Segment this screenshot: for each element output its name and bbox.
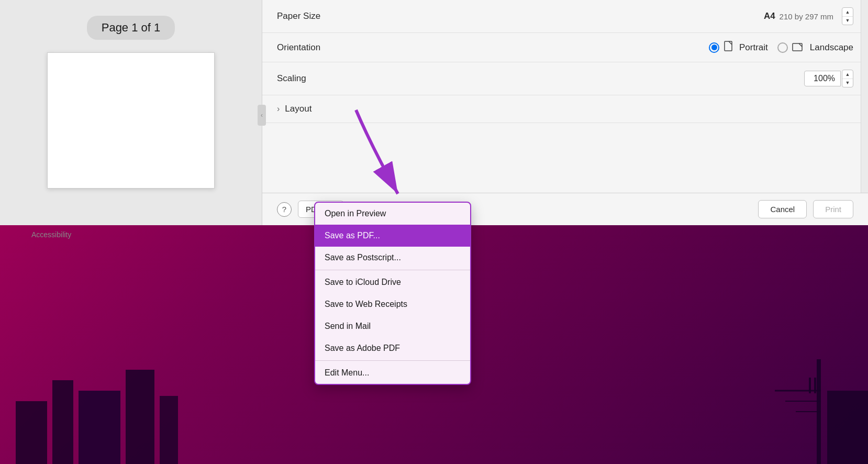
svg-rect-16	[793, 43, 802, 51]
settings-panel: Paper Size A4 210 by 297 mm ▲ ▼ Orientat…	[262, 0, 868, 225]
paper-size-stepper[interactable]: ▲ ▼	[842, 7, 853, 25]
settings-content: Paper Size A4 210 by 297 mm ▲ ▼ Orientat…	[262, 0, 868, 193]
orientation-control: Portrait Landscape	[371, 41, 853, 54]
layout-row[interactable]: › Layout	[262, 95, 868, 123]
page-preview	[47, 52, 215, 189]
layout-chevron-icon: ›	[277, 104, 280, 114]
scaling-stepper-up[interactable]: ▲	[842, 70, 853, 79]
menu-item-web-receipts[interactable]: Save to Web Receipts	[315, 293, 470, 315]
stepper-up[interactable]: ▲	[842, 8, 853, 17]
pdf-dropdown-menu: Open in Preview Save as PDF... Save as P…	[314, 202, 471, 385]
page-counter: Page 1 of 1	[87, 16, 175, 40]
paper-size-dimensions: 210 by 297 mm	[780, 12, 833, 21]
svg-line-14	[729, 41, 732, 45]
panel-resize-handle[interactable]: ‹	[258, 105, 266, 126]
paper-size-control: A4 210 by 297 mm ▲ ▼	[371, 7, 853, 25]
orientation-row: Orientation	[262, 33, 868, 62]
paper-size-format: A4	[764, 11, 775, 21]
portrait-icon	[724, 41, 735, 54]
scaling-value[interactable]: 100%	[804, 71, 841, 86]
orientation-group: Portrait Landscape	[709, 41, 853, 54]
orientation-label: Orientation	[277, 42, 371, 53]
menu-item-open-preview[interactable]: Open in Preview	[315, 203, 470, 225]
portrait-option[interactable]: Portrait	[709, 41, 768, 54]
print-button[interactable]: Print	[813, 200, 853, 218]
menu-item-edit-menu[interactable]: Edit Menu...	[315, 362, 470, 384]
menu-item-save-postscript[interactable]: Save as Postscript...	[315, 247, 470, 269]
portrait-label: Portrait	[739, 42, 768, 53]
menu-item-icloud[interactable]: Save to iCloud Drive	[315, 271, 470, 293]
portrait-radio-inner	[711, 45, 717, 50]
landscape-icon	[792, 42, 806, 53]
menu-divider-1	[315, 270, 470, 270]
scaling-stepper-down[interactable]: ▼	[842, 79, 853, 87]
menu-item-adobe-pdf[interactable]: Save as Adobe PDF	[315, 337, 470, 359]
svg-line-17	[799, 43, 802, 47]
scrollbar-track[interactable]	[861, 0, 868, 193]
scaling-row: Scaling 100% ▲ ▼	[262, 62, 868, 95]
help-button[interactable]: ?	[277, 202, 292, 217]
scaling-label: Scaling	[277, 73, 371, 84]
scaling-control: 100% ▲ ▼	[371, 70, 853, 87]
svg-rect-13	[725, 41, 732, 51]
paper-size-label: Paper Size	[277, 11, 371, 21]
menu-divider-2	[315, 360, 470, 361]
cancel-button[interactable]: Cancel	[758, 200, 807, 218]
landscape-radio[interactable]	[777, 42, 788, 53]
scaling-input-group: 100% ▲ ▼	[804, 70, 853, 87]
scaling-stepper[interactable]: ▲ ▼	[842, 70, 853, 87]
paper-size-row: Paper Size A4 210 by 297 mm ▲ ▼	[262, 0, 868, 33]
landscape-option[interactable]: Landscape	[777, 42, 853, 53]
preview-panel: Page 1 of 1	[0, 0, 262, 225]
layout-label: Layout	[285, 104, 311, 114]
paper-size-value: A4 210 by 297 mm	[764, 11, 833, 21]
stepper-down[interactable]: ▼	[842, 17, 853, 25]
menu-item-save-pdf[interactable]: Save as PDF...	[315, 225, 470, 247]
portrait-radio[interactable]	[709, 42, 719, 53]
landscape-label: Landscape	[810, 42, 853, 53]
menu-item-send-mail[interactable]: Send in Mail	[315, 315, 470, 337]
